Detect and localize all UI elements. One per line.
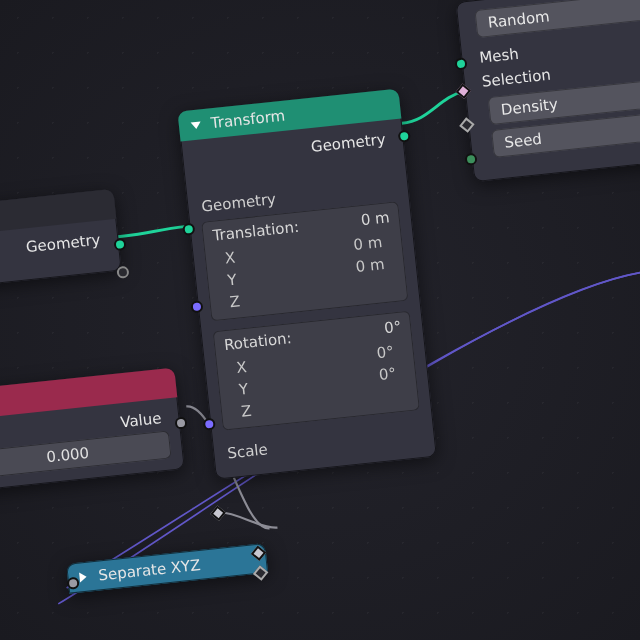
separate-xyz-header[interactable]: Separate XYZ xyxy=(66,543,268,594)
transform-node[interactable]: Transform Geometry Geometry Translation:… xyxy=(177,89,436,480)
translation-x-label: X xyxy=(224,249,236,268)
translation-value: 0 m xyxy=(360,208,391,229)
separate-xyz-title: Separate XYZ xyxy=(98,556,202,585)
rotation-label: Rotation: xyxy=(223,329,292,354)
group-input-node[interactable]: put Geometry xyxy=(0,189,122,290)
chevron-down-icon xyxy=(191,121,202,129)
socket-transform-in-scale[interactable] xyxy=(210,505,225,520)
distribute-input-mesh-label: Mesh xyxy=(479,45,520,67)
translation-z-label: Z xyxy=(229,292,241,311)
translation-x-value: 0 m xyxy=(352,233,383,254)
socket-transform-out-geometry[interactable] xyxy=(398,130,411,143)
rotation-value: 0° xyxy=(383,318,402,338)
translation-z-value xyxy=(386,277,388,295)
transform-input-geometry-label: Geometry xyxy=(201,190,277,216)
rotation-y-value: 0° xyxy=(378,364,397,384)
rotation-x-value: 0° xyxy=(376,343,395,363)
translation-y-label: Y xyxy=(226,271,237,290)
socket-output-geometry[interactable] xyxy=(113,238,126,251)
rotation-x-label: X xyxy=(236,358,248,377)
rotation-z-value xyxy=(397,386,399,404)
rotation-group[interactable]: Rotation: 0° X 0° Y 0° Z xyxy=(213,311,420,431)
transform-output-geometry-label: Geometry xyxy=(310,130,386,156)
rotation-z-label: Z xyxy=(240,402,252,421)
transform-title: Transform xyxy=(210,107,286,133)
chevron-right-icon xyxy=(79,572,87,583)
group-input-output-geometry-label: Geometry xyxy=(25,231,101,257)
translation-y-value: 0 m xyxy=(355,255,386,276)
socket-value-output[interactable] xyxy=(174,416,187,429)
value-node[interactable]: alue Value 0.000 xyxy=(0,368,185,493)
separate-xyz-node[interactable]: Separate XYZ xyxy=(66,543,268,594)
rotation-y-label: Y xyxy=(238,380,249,399)
value-output-label: Value xyxy=(119,409,162,431)
distribute-node[interactable]: Random Mesh Selection Density Seed xyxy=(456,0,640,182)
socket-output-empty[interactable] xyxy=(116,266,129,279)
translation-group[interactable]: Translation: 0 m X 0 m Y 0 m Z xyxy=(201,201,408,321)
transform-input-scale-label: Scale xyxy=(226,440,268,462)
